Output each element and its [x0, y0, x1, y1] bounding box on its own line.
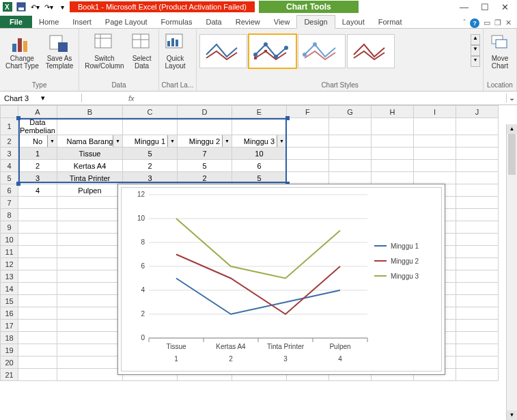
cell-I3[interactable]	[413, 148, 456, 160]
tab-home[interactable]: Home	[32, 16, 66, 28]
filter-dropdown-icon[interactable]: ▼	[113, 135, 122, 147]
chart-style-4[interactable]	[347, 34, 395, 68]
cell-B18[interactable]	[57, 332, 122, 344]
cell-A19[interactable]	[18, 344, 57, 356]
tab-formulas[interactable]: Formulas	[154, 16, 199, 28]
cell-F5[interactable]	[286, 172, 329, 184]
cell-B4[interactable]: Kertas A4	[57, 160, 122, 172]
row-header-8[interactable]: 8	[1, 209, 18, 221]
cell-G2[interactable]	[329, 135, 371, 148]
cell-A18[interactable]	[18, 332, 57, 344]
cell-C3[interactable]: 5	[122, 148, 177, 160]
row-header-21[interactable]: 21	[1, 369, 18, 381]
cell-A16[interactable]	[18, 307, 57, 320]
doc-close-icon[interactable]: ✕	[505, 18, 512, 28]
vertical-scrollbar[interactable]: ▲ ▼	[506, 124, 517, 420]
cell-B2[interactable]: Nama Barang▼	[57, 135, 122, 148]
cell-A17[interactable]	[18, 320, 57, 332]
cell-B8[interactable]	[57, 209, 122, 221]
cell-A7[interactable]	[18, 197, 57, 209]
move-chart-button[interactable]: Move Chart	[486, 30, 514, 71]
redo-icon[interactable]: ↷▾	[42, 1, 55, 12]
cell-J6[interactable]	[456, 184, 498, 197]
doc-restore-icon[interactable]: ❐	[494, 18, 501, 28]
cell-J13[interactable]	[456, 270, 498, 283]
cell-D4[interactable]: 5	[177, 160, 232, 172]
cell-B7[interactable]	[57, 197, 122, 209]
cell-E3[interactable]: 10	[232, 148, 286, 160]
cell-D1[interactable]	[177, 118, 232, 135]
maximize-icon[interactable]: ☐	[481, 2, 489, 12]
row-header-12[interactable]: 12	[1, 258, 18, 270]
cell-A15[interactable]	[18, 295, 57, 307]
cell-G5[interactable]	[329, 172, 371, 184]
chart-style-2[interactable]	[249, 34, 296, 68]
cell-E4[interactable]: 6	[232, 160, 286, 172]
cell-I1[interactable]	[413, 118, 456, 135]
cell-D3[interactable]: 7	[177, 148, 232, 160]
excel-icon[interactable]: X	[1, 1, 14, 12]
cell-A20[interactable]	[18, 356, 57, 369]
col-header-B[interactable]: B	[57, 106, 122, 118]
tab-view[interactable]: View	[267, 16, 297, 28]
row-header-1[interactable]: 1	[1, 118, 18, 135]
select-all-corner[interactable]	[1, 106, 18, 118]
minimize-icon[interactable]: —	[460, 2, 469, 12]
cell-A12[interactable]	[18, 258, 57, 270]
chart-styles-down-icon[interactable]: ▼	[471, 45, 480, 56]
cell-A8[interactable]	[18, 209, 57, 221]
tab-insert[interactable]: Insert	[66, 16, 98, 28]
cell-A1[interactable]: Data Pembelian	[18, 118, 57, 135]
col-header-E[interactable]: E	[232, 106, 286, 118]
cell-F1[interactable]	[286, 118, 329, 135]
cell-B5[interactable]: Tinta Printer	[57, 172, 122, 184]
filter-dropdown-icon[interactable]: ▼	[277, 135, 286, 147]
row-header-20[interactable]: 20	[1, 356, 18, 369]
cell-J16[interactable]	[456, 307, 498, 320]
row-header-11[interactable]: 11	[1, 246, 18, 258]
cell-C4[interactable]: 2	[122, 160, 177, 172]
cell-C1[interactable]	[122, 118, 177, 135]
change-chart-type-button[interactable]: Change Chart Type	[3, 30, 42, 71]
tab-page-layout[interactable]: Page Layout	[98, 16, 154, 28]
col-header-F[interactable]: F	[286, 106, 329, 118]
tab-design[interactable]: Design	[296, 15, 335, 29]
scroll-up-icon[interactable]: ▲	[507, 124, 517, 134]
minimize-ribbon-icon[interactable]: ˆ	[463, 18, 466, 28]
cell-J21[interactable]	[456, 369, 498, 381]
row-header-19[interactable]: 19	[1, 344, 18, 356]
worksheet-grid[interactable]: ABCDEFGHIJ1Data Pembelian2No▼Nama Barang…	[0, 105, 517, 381]
switch-row-column-button[interactable]: Switch Row/Column	[82, 30, 126, 71]
cell-J14[interactable]	[456, 283, 498, 295]
selection-handle-tl[interactable]	[16, 116, 20, 120]
cell-J19[interactable]	[456, 344, 498, 356]
row-header-17[interactable]: 17	[1, 320, 18, 332]
undo-icon[interactable]: ↶▾	[29, 1, 41, 12]
cell-C5[interactable]: 3	[122, 172, 177, 184]
cell-B20[interactable]	[57, 356, 122, 369]
tab-format[interactable]: Format	[372, 16, 409, 28]
cell-G1[interactable]	[329, 118, 371, 135]
cell-B12[interactable]	[57, 258, 122, 270]
select-data-button[interactable]: Select Data	[128, 30, 156, 71]
cell-F4[interactable]	[286, 160, 329, 172]
cell-B9[interactable]	[57, 221, 122, 234]
row-header-6[interactable]: 6	[1, 184, 18, 197]
cell-E2[interactable]: Minggu 3▼	[232, 135, 286, 148]
cell-J20[interactable]	[456, 356, 498, 369]
cell-E1[interactable]	[232, 118, 286, 135]
cell-G4[interactable]	[329, 160, 371, 172]
cell-A21[interactable]	[18, 369, 57, 381]
cell-A9[interactable]	[18, 221, 57, 234]
chart-styles-more-icon[interactable]: ▾	[471, 56, 480, 67]
quick-layout-button[interactable]: Quick Layout	[162, 30, 189, 71]
row-header-14[interactable]: 14	[1, 283, 18, 295]
tab-layout[interactable]: Layout	[335, 16, 372, 28]
cell-A11[interactable]	[18, 246, 57, 258]
cell-B11[interactable]	[57, 246, 122, 258]
cell-A2[interactable]: No▼	[18, 135, 57, 148]
cell-B6[interactable]: Pulpen	[57, 184, 122, 197]
cell-A6[interactable]: 4	[18, 184, 57, 197]
row-header-10[interactable]: 10	[1, 234, 18, 246]
cell-A5[interactable]: 3	[18, 172, 57, 184]
